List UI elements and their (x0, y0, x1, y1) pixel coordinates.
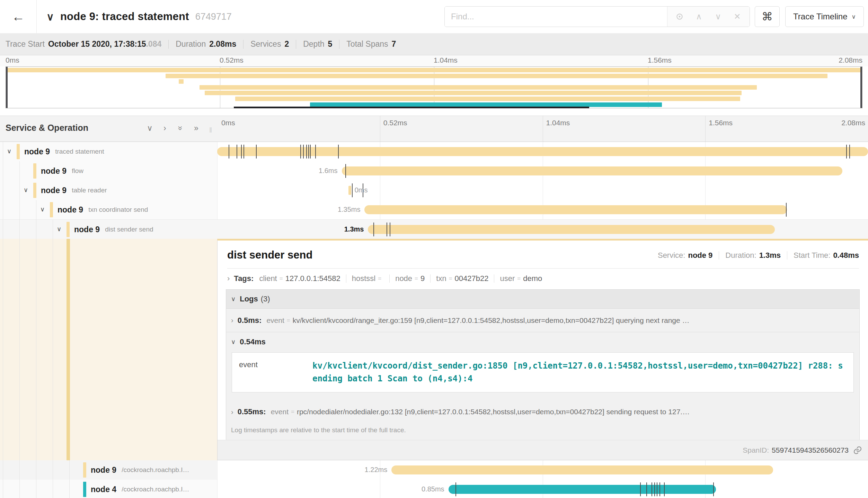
span-row: node 9flow1.6ms (0, 161, 868, 181)
log-marker-tick (713, 482, 714, 496)
chevron-right-icon: › (227, 274, 230, 283)
expand-chevron-icon[interactable]: ∨ (57, 225, 61, 233)
minimap-tick-label: 1.04ms (434, 56, 458, 64)
operation-name: traced statement (55, 148, 104, 155)
summary-separator (243, 40, 243, 49)
chevron-down-icon: ∨ (852, 13, 856, 20)
indent-guide (19, 239, 20, 460)
ruler-tick-label: 0ms (221, 119, 235, 127)
meta-label: Start Time: (794, 251, 830, 260)
indent-guide (53, 480, 53, 498)
span-name-cell[interactable]: ∨node 9dist sender send (0, 220, 217, 239)
tag-equals: = (517, 275, 521, 282)
indent-guide (3, 480, 3, 498)
tag-value: 00427b22 (455, 274, 489, 283)
indent-guide (19, 161, 20, 181)
span-timeline-cell: 1.3ms (217, 220, 868, 239)
next-match-icon[interactable]: ∨ (711, 10, 725, 24)
meta-separator (719, 251, 719, 260)
log-marker-tick (373, 223, 374, 236)
log-marker-tick (646, 482, 647, 496)
find-input[interactable] (445, 7, 667, 27)
summary-value-suffix: .084 (146, 39, 161, 49)
collapse-trace-chevron-icon[interactable]: ∨ (46, 11, 54, 23)
deep-link-icon[interactable] (853, 445, 862, 455)
summary-label: Services (250, 39, 281, 49)
service-operation-header: Service & Operation (6, 123, 88, 133)
indent-guide (3, 181, 3, 200)
trace-id: 6749717 (195, 11, 232, 22)
log-marker-tick (849, 145, 850, 159)
prev-match-icon[interactable]: ∧ (692, 10, 706, 24)
indent-guide (3, 460, 3, 480)
service-color-strip (83, 482, 86, 497)
span-timeline-cell: 1.35ms (217, 200, 868, 219)
tag-equals: = (378, 275, 381, 282)
keyboard-shortcuts-button[interactable]: ⌘ (755, 6, 780, 27)
minimap[interactable] (6, 66, 862, 108)
span-row: ∨node 9txn coordinator send1.35ms (0, 200, 868, 219)
collapse-all-icon[interactable]: » (176, 126, 185, 130)
span-bar[interactable] (449, 485, 716, 494)
expand-all-icon[interactable]: » (194, 124, 198, 133)
tag-key: txn (436, 274, 446, 283)
timeline-grid-line (705, 116, 706, 142)
clear-search-icon[interactable]: ✕ (730, 10, 744, 24)
expand-one-icon[interactable]: › (163, 124, 166, 133)
log-entry[interactable]: ›0.5ms:event=kv/kvclient/kvcoord/range_i… (226, 309, 859, 332)
span-bar[interactable] (342, 166, 842, 175)
span-name-cell[interactable]: node 4/cockroach.roachpb.I… (0, 480, 217, 498)
minimap-tick-label: 0.52ms (220, 56, 243, 64)
span-bar[interactable] (364, 205, 787, 214)
log-entry-expanded-header[interactable]: ∨0.54ms (226, 332, 859, 352)
tag-value: 9 (420, 274, 425, 283)
expand-chevron-icon[interactable]: ∨ (40, 206, 45, 213)
expand-chevron-icon[interactable]: ∨ (7, 147, 11, 155)
column-resizer-handle[interactable]: ‖ (209, 126, 212, 134)
back-button[interactable]: ← (0, 0, 37, 33)
span-name-cell[interactable]: node 9/cockroach.roachpb.I… (0, 460, 217, 480)
indent-guide (19, 220, 20, 239)
locate-icon[interactable] (673, 10, 687, 24)
span-name-cell[interactable]: ∨node 9table reader (0, 181, 217, 200)
collapse-one-icon[interactable]: ∨ (147, 124, 153, 133)
span-bar[interactable] (368, 225, 774, 234)
span-name-cell[interactable]: ∨node 9traced statement (0, 142, 217, 161)
log-marker-tick (256, 145, 257, 159)
indent-guide (69, 460, 70, 480)
logs-title: Logs (240, 295, 258, 304)
summary-value: 2 (284, 39, 289, 49)
minimap-span-bar (235, 97, 740, 101)
trace-view-dropdown[interactable]: Trace Timeline ∨ (785, 6, 864, 27)
span-row: node 4/cockroach.roachpb.I…0.85ms (0, 480, 868, 498)
indent-guide (36, 239, 36, 460)
span-bar[interactable] (391, 465, 773, 474)
minimap-right-drag-handle[interactable] (860, 67, 862, 108)
indent-guide (3, 142, 3, 161)
log-field-value: kv/kvclient/kvcoord/dist_sender.go:1850 … (303, 353, 853, 392)
minimap-viewport-indicator[interactable] (234, 107, 589, 108)
minimap-left-drag-handle[interactable] (6, 67, 8, 108)
span-bar[interactable] (348, 186, 351, 195)
log-marker-tick (654, 482, 655, 496)
tag-separator (389, 274, 390, 283)
span-name-cell[interactable]: ∨node 9txn coordinator send (0, 200, 217, 219)
expand-chevron-icon[interactable]: ∨ (24, 186, 28, 194)
log-timestamp: 0.5ms: (238, 316, 262, 325)
log-timestamp: 0.55ms: (238, 407, 266, 416)
log-marker-tick (300, 145, 301, 159)
indent-guide (19, 460, 20, 480)
spanid-label: SpanID: (743, 446, 769, 454)
logs-header[interactable]: ∨ Logs (3) (226, 290, 859, 308)
minimap-tick-label: 1.56ms (648, 56, 672, 64)
tags-row[interactable]: › Tags: client=127.0.0.1:54582hostssl=no… (218, 269, 868, 288)
service-name: node 9 (41, 186, 67, 195)
span-name-cell[interactable]: node 9flow (0, 161, 217, 181)
service-color-strip (67, 222, 70, 237)
log-entry[interactable]: ›0.55ms:event=rpc/nodedialer/nodedialer.… (226, 400, 859, 424)
log-marker-tick (303, 145, 304, 159)
find-box: ∧ ∨ ✕ (444, 6, 750, 27)
span-name-labels: node 9txn coordinator send (57, 200, 148, 219)
timeline-grid-line (380, 116, 380, 142)
span-detail-row: dist sender send Service:node 9Duration:… (0, 239, 868, 460)
